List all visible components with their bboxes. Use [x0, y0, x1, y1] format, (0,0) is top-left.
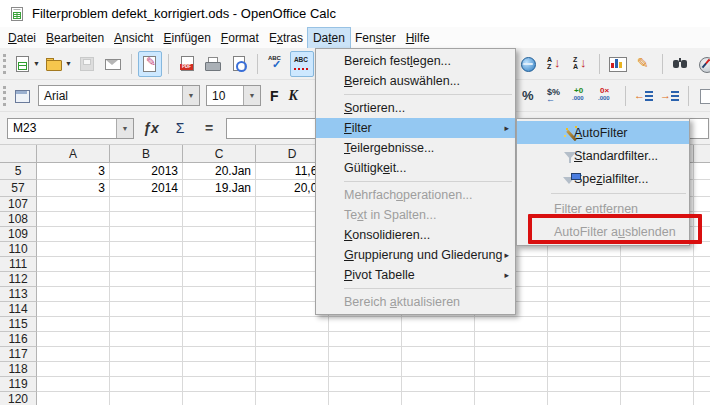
cell[interactable] — [329, 332, 402, 347]
cell[interactable] — [621, 362, 694, 377]
menu-item-gueltigkeit[interactable]: Gültigkeit... — [316, 158, 515, 178]
cell[interactable] — [694, 242, 710, 257]
cell[interactable] — [694, 302, 710, 317]
cell[interactable] — [183, 302, 256, 317]
cell[interactable] — [402, 317, 475, 332]
navigator-button[interactable] — [695, 51, 710, 77]
row-header-119[interactable]: 119 — [0, 377, 37, 392]
cell[interactable] — [475, 377, 548, 392]
new-document-button[interactable]: ▼ — [11, 51, 41, 77]
row-header-112[interactable]: 112 — [0, 272, 37, 287]
menu-item-filter[interactable]: Filter▸ — [316, 118, 515, 138]
styles-window-button[interactable] — [11, 83, 35, 109]
chevron-down-icon[interactable]: ▼ — [33, 60, 40, 67]
row-header-109[interactable]: 109 — [0, 227, 37, 242]
chevron-down-icon[interactable]: ▼ — [65, 60, 72, 67]
cell[interactable] — [475, 317, 548, 332]
row-header-118[interactable]: 118 — [0, 362, 37, 377]
menubar-item-format[interactable]: Format — [216, 28, 264, 48]
font-name-combobox[interactable]: Arial ▼ — [38, 85, 200, 106]
name-box[interactable]: M23 ▼ — [7, 118, 134, 139]
cell[interactable] — [694, 287, 710, 302]
cell[interactable] — [110, 347, 183, 362]
row-header-111[interactable]: 111 — [0, 257, 37, 272]
row-header-117[interactable]: 117 — [0, 347, 37, 362]
cell[interactable]: 3 — [37, 180, 110, 197]
cell[interactable] — [548, 302, 621, 317]
cell[interactable] — [37, 197, 110, 212]
cell[interactable] — [475, 347, 548, 362]
open-file-button[interactable]: ▼ — [43, 51, 73, 77]
cell[interactable] — [183, 257, 256, 272]
cell[interactable] — [402, 392, 475, 405]
menubar-item-fenster[interactable]: Fenster — [350, 28, 401, 48]
cell[interactable] — [329, 317, 402, 332]
menu-item-spezialfilter[interactable]: Spezialfilter... — [517, 167, 689, 190]
spellcheck-button[interactable] — [264, 51, 288, 77]
cell[interactable] — [183, 377, 256, 392]
cell[interactable] — [110, 212, 183, 227]
row-header-108[interactable]: 108 — [0, 212, 37, 227]
menubar-item-datei[interactable]: Datei — [3, 28, 41, 48]
cell[interactable] — [183, 347, 256, 362]
cell[interactable] — [256, 347, 329, 362]
cell[interactable] — [329, 362, 402, 377]
cell[interactable] — [621, 332, 694, 347]
cell[interactable] — [37, 242, 110, 257]
row-header-114[interactable]: 114 — [0, 302, 37, 317]
auto-spellcheck-button[interactable] — [290, 51, 314, 77]
menu-item-konsolidieren[interactable]: Konsolidieren... — [316, 225, 515, 245]
cell[interactable] — [694, 163, 710, 180]
cell[interactable]: 20.Jan — [183, 163, 256, 180]
cell[interactable] — [621, 347, 694, 362]
cell[interactable] — [37, 212, 110, 227]
formula-button[interactable]: = — [197, 117, 221, 139]
cell[interactable] — [37, 227, 110, 242]
cell[interactable] — [402, 332, 475, 347]
cell[interactable] — [621, 257, 694, 272]
cell[interactable] — [329, 377, 402, 392]
cell[interactable] — [37, 362, 110, 377]
hyperlink-button[interactable] — [517, 51, 541, 77]
cell[interactable] — [475, 332, 548, 347]
edit-mode-button[interactable] — [138, 51, 162, 77]
cell[interactable] — [37, 302, 110, 317]
menu-item-teilergebnisse[interactable]: Teilergebnisse... — [316, 138, 515, 158]
cell[interactable] — [183, 197, 256, 212]
cell[interactable]: 2013 — [110, 163, 183, 180]
function-wizard-button[interactable]: ƒx — [139, 117, 163, 139]
cell[interactable]: 2014 — [110, 180, 183, 197]
cell[interactable] — [621, 317, 694, 332]
cell[interactable] — [548, 392, 621, 405]
cell[interactable] — [475, 392, 548, 405]
cell[interactable]: 19.Jan — [183, 180, 256, 197]
row-header-120[interactable]: 120 — [0, 392, 37, 405]
cell[interactable] — [183, 287, 256, 302]
cell[interactable] — [548, 347, 621, 362]
row-header-113[interactable]: 113 — [0, 287, 37, 302]
cell[interactable] — [183, 242, 256, 257]
cell[interactable] — [37, 317, 110, 332]
cell[interactable] — [256, 362, 329, 377]
decrease-indent-button[interactable] — [632, 83, 656, 109]
cell[interactable] — [621, 302, 694, 317]
insert-chart-button[interactable] — [606, 51, 630, 77]
menu-item-bereich-festlegen[interactable]: Bereich festlegen... — [316, 51, 515, 71]
menu-item-bereich-aktualisieren[interactable]: Bereich aktualisieren — [316, 292, 515, 312]
menu-item-bereich-auswaehlen[interactable]: Bereich auswählen... — [316, 71, 515, 91]
cell[interactable] — [548, 287, 621, 302]
cell[interactable] — [183, 317, 256, 332]
cell[interactable] — [548, 272, 621, 287]
bold-button[interactable]: F — [264, 88, 285, 104]
menubar-item-bearbeiten[interactable]: Bearbeiten — [41, 28, 109, 48]
cell[interactable] — [37, 392, 110, 405]
column-header-B[interactable]: B — [110, 145, 183, 163]
sum-button[interactable]: Σ — [168, 117, 192, 139]
borders-button[interactable] — [695, 83, 710, 109]
cell[interactable] — [694, 197, 710, 212]
cell[interactable] — [110, 227, 183, 242]
number-format-percent-button[interactable] — [517, 83, 541, 109]
cell[interactable] — [621, 392, 694, 405]
show-draw-functions-button[interactable] — [632, 51, 656, 77]
chevron-down-icon[interactable]: ▼ — [243, 86, 260, 105]
